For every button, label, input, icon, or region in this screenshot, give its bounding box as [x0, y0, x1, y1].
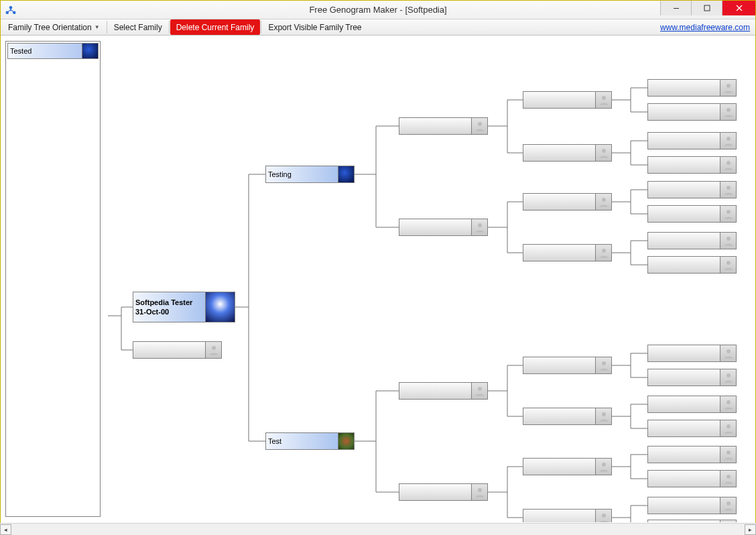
app-icon — [5, 4, 17, 16]
svg-point-71 — [478, 223, 482, 227]
minimize-button[interactable] — [660, 1, 691, 15]
svg-point-69 — [212, 346, 216, 350]
person-image — [338, 166, 354, 182]
window-controls — [660, 1, 755, 15]
family-list-item-label: Tested — [8, 44, 82, 58]
person-greatgrandparent[interactable] — [523, 193, 612, 211]
svg-point-81 — [602, 514, 606, 518]
svg-rect-3 — [674, 8, 679, 9]
separator — [261, 21, 261, 34]
person-root-text: Softpedia Tester 31-Oct-00 — [133, 292, 205, 322]
horizontal-scrollbar[interactable]: ◂ ▸ — [0, 523, 756, 535]
titlebar: Free Genogram Maker - [Softpedia] — [1, 1, 755, 19]
avatar-icon — [720, 369, 736, 385]
family-list-item[interactable]: Tested — [7, 43, 99, 59]
person-ancestor[interactable] — [647, 79, 737, 97]
avatar-icon — [720, 497, 736, 514]
close-button[interactable] — [722, 1, 755, 15]
person-ancestor[interactable] — [647, 156, 737, 174]
avatar-icon — [720, 104, 736, 120]
avatar-icon — [595, 145, 611, 161]
svg-point-74 — [602, 96, 606, 100]
person-ancestor[interactable] — [647, 103, 737, 121]
person-ancestor[interactable] — [647, 520, 737, 522]
person-greatgrandparent[interactable] — [523, 458, 612, 475]
avatar-icon — [595, 459, 611, 475]
scroll-left-button[interactable]: ◂ — [0, 524, 11, 535]
svg-rect-4 — [704, 5, 710, 11]
avatar-icon — [720, 471, 736, 487]
person-greatgrandparent[interactable] — [523, 408, 612, 425]
person-grandparent[interactable] — [399, 382, 488, 400]
svg-point-79 — [602, 412, 606, 416]
person-greatgrandparent[interactable] — [523, 244, 612, 261]
svg-point-93 — [727, 424, 731, 428]
export-visible-family-tree-button[interactable]: Export Visible Family Tree — [262, 19, 367, 35]
person-ancestor[interactable] — [647, 470, 737, 487]
svg-point-92 — [727, 400, 731, 404]
person-ancestor[interactable] — [647, 132, 737, 150]
svg-point-84 — [727, 137, 731, 141]
svg-point-80 — [602, 463, 606, 467]
person-ancestor[interactable] — [647, 256, 737, 274]
family-list-item-image — [82, 44, 98, 58]
person-label: Testing — [266, 166, 338, 182]
avatar-icon — [595, 92, 611, 108]
select-family-button[interactable]: Select Family — [108, 19, 168, 35]
person-ancestor[interactable] — [647, 497, 737, 514]
person-greatgrandparent[interactable] — [523, 91, 612, 109]
svg-point-95 — [727, 475, 731, 479]
avatar-icon — [595, 357, 611, 373]
family-list-panel: Tested — [5, 41, 101, 517]
svg-point-96 — [727, 501, 731, 506]
delete-current-family-button[interactable]: Delete Current Family — [170, 19, 261, 35]
scroll-right-button[interactable]: ▸ — [745, 524, 756, 535]
person-ancestor[interactable] — [647, 396, 737, 413]
orientation-label: Family Tree Orientation — [8, 23, 92, 32]
person-greatgrandparent[interactable] — [523, 144, 612, 162]
avatar-icon — [205, 342, 221, 358]
person-ancestor[interactable] — [647, 420, 737, 437]
person-grandparent[interactable] — [399, 117, 488, 135]
person-ancestor[interactable] — [647, 345, 737, 362]
svg-point-77 — [602, 249, 606, 253]
person-grandparent[interactable] — [399, 483, 488, 501]
separator — [107, 21, 107, 34]
avatar-icon — [471, 118, 487, 134]
person-ancestor[interactable] — [647, 205, 737, 223]
svg-point-73 — [478, 488, 482, 492]
avatar-icon — [720, 233, 736, 249]
person-ancestor[interactable] — [647, 232, 737, 249]
person-grandparent[interactable] — [399, 219, 488, 236]
person-root[interactable]: Softpedia Tester 31-Oct-00 — [133, 292, 235, 322]
canvas[interactable]: Tested — [1, 36, 755, 522]
person-root-image — [205, 292, 235, 322]
chevron-down-icon: ▼ — [94, 24, 100, 30]
svg-point-72 — [478, 387, 482, 391]
avatar-icon — [720, 206, 736, 222]
avatar-icon — [720, 182, 736, 198]
avatar-icon — [720, 447, 736, 463]
person-greatgrandparent[interactable] — [523, 509, 612, 522]
person-root-spouse[interactable] — [133, 341, 222, 359]
person-ancestor[interactable] — [647, 369, 737, 386]
avatar-icon — [471, 383, 487, 399]
family-tree-orientation-dropdown[interactable]: Family Tree Orientation ▼ — [2, 19, 106, 35]
person-father[interactable]: Testing — [265, 166, 355, 183]
website-link[interactable]: www.mediafreeware.com — [656, 19, 754, 35]
svg-point-76 — [602, 198, 606, 202]
person-greatgrandparent[interactable] — [523, 357, 612, 374]
avatar-icon — [595, 245, 611, 261]
toolbar: Family Tree Orientation ▼ Select Family … — [1, 19, 755, 36]
person-mother[interactable]: Test — [265, 432, 355, 450]
person-ancestor[interactable] — [647, 446, 737, 463]
svg-point-70 — [478, 122, 482, 126]
person-image — [338, 433, 354, 449]
window-title: Free Genogram Maker - [Softpedia] — [1, 5, 755, 15]
svg-point-85 — [727, 161, 731, 165]
person-ancestor[interactable] — [647, 181, 737, 198]
avatar-icon — [720, 80, 736, 96]
maximize-button[interactable] — [691, 1, 722, 15]
svg-point-83 — [727, 108, 731, 112]
avatar-icon — [720, 257, 736, 273]
